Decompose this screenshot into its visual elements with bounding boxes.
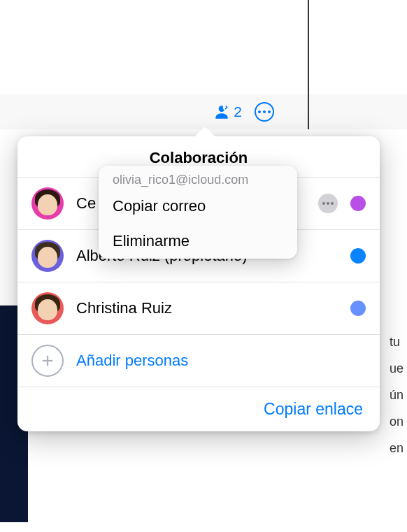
- cursor-color-dot: [350, 248, 366, 264]
- cursor-color-dot: [350, 301, 366, 316]
- dot-icon: [258, 110, 261, 113]
- collaborator-row[interactable]: Christina Ruiz: [17, 282, 380, 335]
- collaborator-name: Christina Ruiz: [76, 299, 338, 317]
- memoji-icon: [31, 292, 64, 324]
- copy-email-button[interactable]: Copiar correo: [99, 189, 297, 224]
- add-people-button[interactable]: Añadir personas: [17, 335, 380, 387]
- plus-icon: [31, 345, 64, 377]
- row-more-button[interactable]: [318, 194, 338, 213]
- toolbar: 2: [0, 94, 407, 129]
- cursor-color-dot: [350, 196, 366, 211]
- more-menu-button[interactable]: [255, 102, 274, 122]
- dot-icon: [263, 110, 266, 113]
- collaborator-count: 2: [234, 103, 242, 120]
- collaboration-button[interactable]: 2: [213, 103, 242, 121]
- avatar: [31, 240, 64, 272]
- context-menu: olivia_rico1@icloud.com Copiar correo El…: [99, 166, 297, 259]
- dot-icon: [268, 110, 271, 113]
- add-people-label: Añadir personas: [76, 352, 366, 370]
- person-icon: [213, 103, 231, 121]
- remove-me-button[interactable]: Eliminarme: [99, 224, 297, 259]
- context-email-label: olivia_rico1@icloud.com: [99, 166, 297, 189]
- avatar: [31, 292, 64, 324]
- memoji-icon: [31, 187, 64, 220]
- copy-link-button[interactable]: Copiar enlace: [264, 400, 363, 419]
- avatar: [31, 187, 64, 220]
- background-text: tu ue ún on en: [390, 329, 404, 461]
- memoji-icon: [31, 240, 64, 272]
- popover-footer: Copiar enlace: [17, 387, 380, 431]
